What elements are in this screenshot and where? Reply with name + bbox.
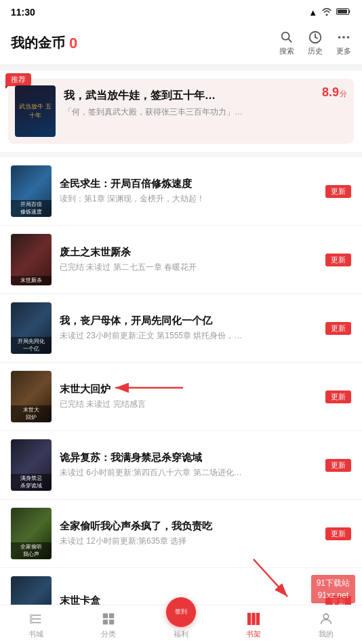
book-subtitle: 未读过 23小时前更新:正文 第1555章 烘托身份，… [60,330,317,342]
nav-category[interactable]: 分类 [73,605,145,644]
svg-point-5 [338,36,341,39]
list-item[interactable]: 满身禁忌杀穿诡域 诡异复苏：我满身禁忌杀穿诡域 未读过 6小时前更新:第四百八十… [0,431,362,500]
book-list: 开局百倍修炼速度 全民求生：开局百倍修炼速度 读到：第1章 深渊现，金榜升，大劫… [0,157,362,637]
svg-rect-12 [30,613,33,624]
svg-rect-15 [103,619,108,624]
book-info: 诡异复苏：我满身禁忌杀穿诡域 未读过 6小时前更新:第四百八十六章 第二场进化… [60,451,317,479]
cover-label: 开局百倍修炼速度 [11,200,52,217]
bookstore-icon [28,611,44,627]
category-label: 分类 [101,629,116,639]
book-subtitle: 未读过 6小时前更新:第四百八十六章 第二场进化… [60,467,317,479]
book-info: 末世大回炉 已完结 未读过 完结感言 [60,383,317,410]
book-cover: 开局先同化一个亿 [11,302,52,354]
nav-signin[interactable]: 签到 福利 [145,605,218,644]
list-item[interactable]: 开局先同化一个亿 我，丧尸母体，开局先同化一个亿 未读过 23小时前更新:正文 … [0,294,362,363]
featured-title: 我，武当放牛娃，签到五十年… [64,88,347,103]
update-badge: 更新 [325,254,351,266]
book-subtitle: 已完结 未读过 第二七五一章 春暖花开 [60,262,317,273]
book-subtitle: 读到：第1章 深渊现，金榜升，大劫起！ [60,193,317,205]
coin-count: 0 [69,35,77,52]
cover-label: 开局先同化一个亿 [11,337,52,354]
book-title: 废土之末世厮杀 [60,246,317,259]
svg-rect-16 [109,619,114,624]
score-number: 8.9 [322,85,339,100]
book-cover: 末世大回炉 [11,371,52,422]
book-info: 废土之末世厮杀 已完结 未读过 第二七五一章 春暖花开 [60,246,317,273]
nav-bookstore[interactable]: 书城 [0,605,73,644]
svg-point-2 [282,33,289,40]
signin-text: 签到 [175,608,187,616]
book-title: 末世大回炉 [60,383,317,396]
cover-label: 满身禁忌杀穿诡域 [11,474,52,491]
update-badge: 更新 [325,459,351,472]
book-cover: 末世厮杀 [11,234,52,285]
svg-point-7 [347,36,350,39]
book-info: 全民求生：开局百倍修炼速度 读到：第1章 深渊现，金榜升，大劫起！ [60,178,317,205]
header: 我的金币 0 搜索 历史 更多 [0,24,362,65]
book-title: 全民求生：开局百倍修炼速度 [60,178,317,190]
book-info: 我，丧尸母体，开局先同化一个亿 未读过 23小时前更新:正文 第1555章 烘托… [60,315,317,342]
more-button[interactable]: 更多 [336,30,351,56]
book-cover: 满身禁忌杀穿诡域 [11,439,52,491]
bookshelf-label: 书架 [246,629,261,639]
featured-banner[interactable]: 推荐 武当放牛 五十年 我，武当放牛娃，签到五十年… 「何，签到真武大殿，获得张… [0,71,362,152]
cover-label: 末世厮杀 [11,276,52,285]
bottom-nav: 书城 分类 签到 福利 书架 [0,605,362,644]
update-badge: 更新 [325,390,351,403]
book-title: 诡异复苏：我满身禁忌杀穿诡域 [60,451,317,464]
update-badge: 更新 [325,527,351,540]
status-bar: 11:30 ▲ [0,0,362,24]
featured-cover: 武当放牛 五十年 [15,85,56,137]
list-item[interactable]: 开局百倍修炼速度 全民求生：开局百倍修炼速度 读到：第1章 深渊现，金榜升，大劫… [0,157,362,226]
signin-label: 福利 [174,629,188,639]
book-title: 我，丧尸母体，开局先同化一个亿 [60,315,317,327]
svg-rect-1 [338,9,347,14]
svg-rect-14 [109,613,114,618]
list-item[interactable]: 末世大回炉 末世大回炉 已完结 未读过 完结感言 更新 [0,363,362,431]
nav-bookshelf[interactable]: 书架 [217,605,289,644]
svg-point-6 [342,36,345,39]
book-subtitle: 未读过 12小时前更新:第635章 选择 [60,536,317,547]
book-title: 全家偷听我心声杀疯了，我负责吃 [60,520,317,533]
history-button[interactable]: 历史 [308,30,323,56]
svg-point-17 [323,613,328,618]
history-label: 历史 [308,46,323,56]
wifi-icon [321,7,332,18]
score-unit: 分 [340,89,347,99]
cover-label: 末世大回炉 [11,405,52,422]
profile-label: 我的 [319,629,334,639]
category-icon [100,611,117,627]
search-button[interactable]: 搜索 [279,30,294,56]
svg-line-3 [289,39,292,43]
title-text: 我的金币 [11,34,65,52]
profile-icon [318,611,334,627]
status-time: 11:30 [11,7,35,18]
book-cover: 开局百倍修炼速度 [11,165,52,217]
signin-circle: 签到 [166,597,196,627]
featured-cover-label: 武当放牛 五十年 [15,100,56,122]
book-subtitle: 已完结 未读过 完结感言 [60,399,317,410]
status-icons: ▲ [308,7,351,18]
update-badge: 更新 [325,185,351,198]
featured-badge: 推荐 [5,73,31,86]
more-label: 更多 [336,46,351,56]
featured-desc: 「何，签到真武大殿，获得张三丰三百年功力」… [64,106,347,118]
list-item[interactable]: 末世厮杀 废土之末世厮杀 已完结 未读过 第二七五一章 春暖花开 更新 [0,226,362,294]
bookstore-label: 书城 [28,629,43,639]
list-item[interactable]: 全家偷听我心声 全家偷听我心声杀疯了，我负责吃 未读过 12小时前更新:第635… [0,500,362,568]
book-cover: 全家偷听我心声 [11,508,52,559]
header-title: 我的金币 0 [11,34,279,52]
battery-icon [336,7,351,18]
nav-profile[interactable]: 我的 [289,605,362,644]
header-actions: 搜索 历史 更多 [279,30,351,56]
search-label: 搜索 [279,46,294,56]
bookshelf-icon [245,611,262,627]
update-badge: 更新 [325,322,351,335]
cover-label: 全家偷听我心声 [11,542,52,559]
featured-info: 我，武当放牛娃，签到五十年… 「何，签到真武大殿，获得张三丰三百年功力」… [64,85,347,118]
svg-rect-13 [103,613,108,618]
signal-icon: ▲ [308,7,317,18]
book-info: 全家偷听我心声杀疯了，我负责吃 未读过 12小时前更新:第635章 选择 [60,520,317,547]
featured-score: 8.9 分 [322,85,347,100]
